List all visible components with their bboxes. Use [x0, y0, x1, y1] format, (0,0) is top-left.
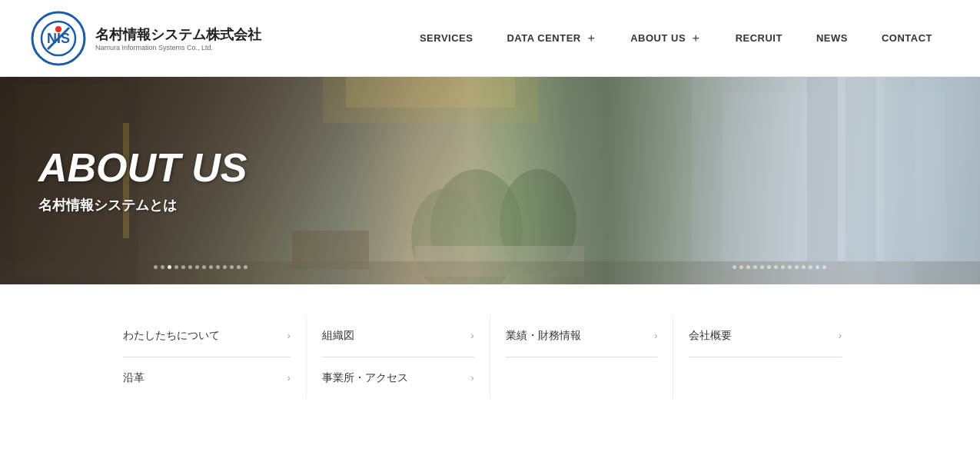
svg-rect-18	[807, 77, 838, 284]
dot-6	[188, 265, 192, 269]
nav-about-us[interactable]: ABOUT US ＋	[613, 0, 718, 77]
hero-subtitle: 名村情報システムとは	[38, 197, 247, 215]
sub-nav-row1: わたしたちについて › 組織図 › 業績・財務情報 › 会社概要 ›	[123, 315, 857, 357]
dot-r-12	[809, 265, 812, 269]
dot-r-6	[767, 265, 771, 269]
sub-nav-col-1: わたしたちについて ›	[123, 315, 307, 357]
data-center-plus-icon: ＋	[586, 32, 597, 45]
sub-nav-col-r2-1: 沿革 ›	[123, 357, 307, 399]
nav-services[interactable]: SERVICES	[403, 0, 490, 77]
svg-rect-6	[346, 77, 515, 108]
access-arrow-icon: ›	[471, 373, 474, 384]
dot-r-10	[795, 265, 799, 269]
dot-r-2	[739, 265, 743, 269]
dot-14	[244, 265, 247, 269]
hero-dots-right	[733, 265, 826, 269]
sub-nav-col-4: 会社概要 ›	[673, 315, 857, 357]
dot-4	[174, 265, 178, 269]
nav-recruit[interactable]: RECRUIT	[719, 0, 799, 77]
logo-text-area: 名村情報システム株式会社 Namura Information Systems …	[95, 25, 261, 51]
dot-r-8	[781, 265, 785, 269]
dot-r-11	[802, 265, 806, 269]
svg-point-4	[55, 26, 61, 32]
nav-contact[interactable]: CONTACT	[865, 0, 949, 77]
hero-content: ABOUT US 名村情報システムとは	[38, 146, 247, 214]
hero-section: ABOUT US 名村情報システムとは	[0, 77, 980, 284]
sub-nav-org[interactable]: 組織図 ›	[322, 315, 474, 357]
dot-r-5	[760, 265, 764, 269]
financial-arrow-icon: ›	[654, 330, 657, 341]
dot-11	[223, 265, 227, 269]
svg-text:NIS: NIS	[47, 31, 70, 46]
sub-nav-col-r2-3	[490, 357, 674, 399]
about-us-plus-icon: ＋	[690, 32, 702, 45]
dot-3	[168, 265, 171, 269]
company-tagline: Namura Information Systems Co., Ltd.	[95, 44, 261, 51]
sub-nav-col-2: 組織図 ›	[307, 315, 490, 357]
company-arrow-icon: ›	[839, 330, 842, 341]
company-name: 名村情報システム株式会社	[95, 25, 261, 44]
nav-data-center[interactable]: DATA CENTER ＋	[490, 0, 613, 77]
history-arrow-icon: ›	[287, 373, 291, 384]
sub-nav-section: わたしたちについて › 組織図 › 業績・財務情報 › 会社概要 ›	[0, 284, 980, 437]
dot-9	[209, 265, 213, 269]
logo-area: NIS 名村情報システム株式会社 Namura Information Syst…	[31, 11, 277, 66]
dot-8	[202, 265, 206, 269]
sub-nav-col-3: 業績・財務情報 ›	[490, 315, 674, 357]
sub-nav-company[interactable]: 会社概要 ›	[689, 315, 842, 357]
sub-nav-col-r2-4	[673, 357, 857, 399]
sub-nav-row2: 沿革 › 事業所・アクセス ›	[123, 357, 857, 399]
header: NIS 名村情報システム株式会社 Namura Information Syst…	[0, 0, 980, 77]
dot-10	[216, 265, 220, 269]
dot-12	[230, 265, 234, 269]
sub-nav-history[interactable]: 沿革 ›	[123, 357, 291, 399]
hero-title: ABOUT US	[38, 146, 247, 190]
dot-r-4	[753, 265, 757, 269]
about-arrow-icon: ›	[287, 330, 291, 341]
svg-rect-20	[884, 77, 915, 284]
sub-nav-financial[interactable]: 業績・財務情報 ›	[506, 315, 658, 357]
dot-r-13	[816, 265, 819, 269]
dot-2	[161, 265, 164, 269]
main-nav: SERVICES DATA CENTER ＋ ABOUT US ＋ RECRUI…	[277, 0, 949, 77]
dot-r-14	[822, 265, 826, 269]
dot-r-1	[733, 265, 736, 269]
dot-r-9	[788, 265, 792, 269]
dot-r-7	[774, 265, 778, 269]
dot-r-3	[746, 265, 750, 269]
dot-5	[181, 265, 185, 269]
sub-nav-about[interactable]: わたしたちについて ›	[123, 315, 291, 357]
svg-rect-19	[845, 77, 876, 284]
sub-nav-access[interactable]: 事業所・アクセス ›	[322, 357, 474, 399]
dot-1	[154, 265, 158, 269]
nis-logo-icon: NIS	[31, 11, 86, 66]
dot-7	[195, 265, 199, 269]
dot-13	[237, 265, 241, 269]
sub-nav-col-r2-2: 事業所・アクセス ›	[307, 357, 490, 399]
org-arrow-icon: ›	[471, 330, 474, 341]
svg-rect-17	[292, 231, 369, 269]
nav-news[interactable]: NEWS	[799, 0, 865, 77]
hero-dots-left	[154, 265, 247, 269]
